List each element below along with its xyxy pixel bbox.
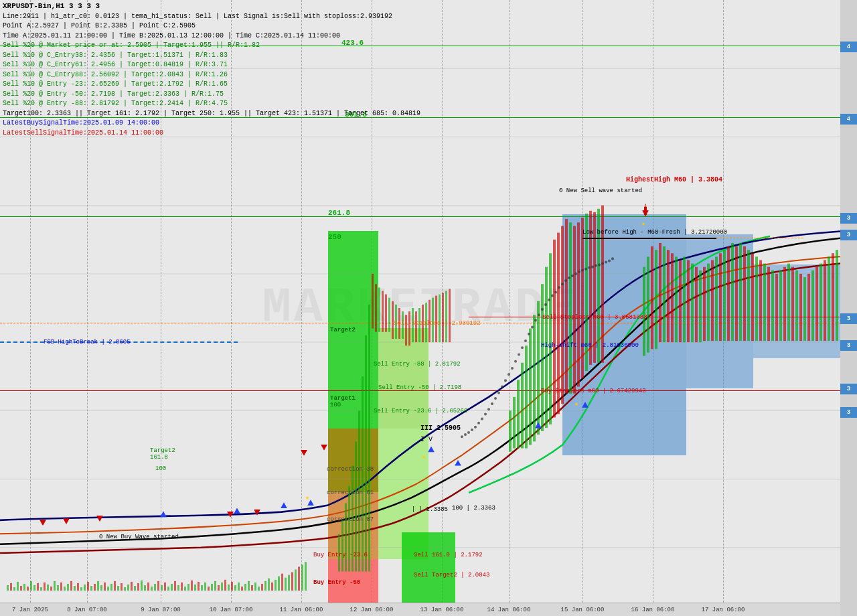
svg-rect-151 <box>581 218 584 378</box>
svg-rect-169 <box>691 264 694 343</box>
svg-point-237 <box>497 392 500 394</box>
price-2590-label: III 2.5905 <box>420 425 461 432</box>
svg-point-256 <box>561 283 564 285</box>
svg-point-246 <box>528 333 530 335</box>
svg-rect-157 <box>643 267 645 356</box>
svg-rect-196 <box>799 274 802 341</box>
svg-rect-128 <box>435 296 437 343</box>
svg-rect-87 <box>268 579 270 591</box>
svg-point-227 <box>464 433 467 436</box>
svg-rect-173 <box>707 264 710 341</box>
svg-point-240 <box>508 373 510 376</box>
svg-marker-220 <box>321 445 327 449</box>
svg-marker-213 <box>582 402 588 407</box>
svg-rect-24 <box>57 585 59 591</box>
svg-rect-187 <box>763 264 766 341</box>
scale-badge-2: 3 <box>840 213 857 224</box>
svg-text:★: ★ <box>422 453 426 461</box>
svg-rect-35 <box>94 584 96 591</box>
svg-rect-80 <box>244 584 246 591</box>
low-before-high-label: Low before High - M60-Fresh | 3.21720000 <box>582 229 727 236</box>
svg-rect-132 <box>449 289 451 342</box>
new-sell-wave-label: 0 New Sell wave started <box>559 187 642 194</box>
svg-rect-19 <box>40 587 42 591</box>
time-label-7: 14 Jan 06:00 <box>487 607 531 613</box>
scale-badge-0: 4 <box>840 42 857 52</box>
svg-rect-109 <box>372 274 374 329</box>
time-label-0: 7 Jan 2025 <box>12 607 48 613</box>
svg-rect-189 <box>771 271 774 341</box>
svg-rect-110 <box>375 284 377 332</box>
svg-text:★: ★ <box>641 220 645 228</box>
svg-rect-78 <box>238 583 240 591</box>
sell-161-label: Sell 161.8 | 2.1792 <box>414 552 483 558</box>
sell-entry-88-label: Sell Entry -88 | 2.81792 <box>374 361 461 368</box>
svg-rect-47 <box>134 586 136 591</box>
100-left-label: 100 <box>155 465 166 472</box>
svg-point-236 <box>494 397 497 400</box>
svg-rect-44 <box>124 587 126 591</box>
time-label-6: 13 Jan 06:00 <box>420 607 464 613</box>
svg-rect-98 <box>305 562 307 591</box>
svg-rect-185 <box>755 256 758 341</box>
svg-rect-90 <box>278 576 280 591</box>
svg-point-255 <box>558 286 560 289</box>
scale-badge-5: 3 <box>840 340 857 351</box>
svg-rect-29 <box>74 586 76 591</box>
svg-rect-166 <box>679 260 682 342</box>
svg-rect-39 <box>107 587 109 591</box>
svg-rect-43 <box>121 583 123 591</box>
svg-rect-14 <box>23 584 25 591</box>
svg-rect-168 <box>687 260 690 342</box>
svg-rect-56 <box>164 583 166 591</box>
svg-point-251 <box>544 303 547 306</box>
svg-rect-194 <box>791 267 794 341</box>
svg-rect-200 <box>815 267 818 341</box>
svg-rect-84 <box>258 587 260 591</box>
fib-label-361: 361.8 <box>345 110 367 119</box>
svg-rect-66 <box>198 582 200 591</box>
svg-rect-82 <box>251 585 253 591</box>
svg-rect-22 <box>50 587 52 591</box>
svg-point-259 <box>571 275 574 277</box>
svg-rect-114 <box>388 298 390 332</box>
svg-point-232 <box>481 418 483 420</box>
scale-badge-6: 3 <box>840 384 857 394</box>
svg-point-254 <box>554 291 557 293</box>
svg-rect-181 <box>739 243 742 341</box>
svg-rect-41 <box>114 581 116 591</box>
svg-rect-201 <box>820 264 822 341</box>
svg-marker-215 <box>64 519 69 524</box>
svg-point-261 <box>578 271 580 273</box>
svg-rect-23 <box>54 581 56 591</box>
svg-rect-68 <box>204 583 206 591</box>
svg-rect-172 <box>703 267 706 341</box>
target1-label: Target1 <box>330 395 356 402</box>
svg-point-234 <box>487 408 490 410</box>
target2-left-label: Target2161.8 <box>150 447 175 461</box>
svg-rect-195 <box>795 271 798 341</box>
correction-87-label: correction 87 <box>327 516 374 523</box>
svg-rect-49 <box>141 581 143 591</box>
svg-rect-190 <box>775 274 778 341</box>
svg-marker-207 <box>234 509 240 514</box>
svg-rect-167 <box>683 256 686 342</box>
svg-rect-76 <box>231 582 233 591</box>
svg-rect-143 <box>549 253 552 425</box>
chart-svg: ★ ★ ★ ★ <box>0 0 840 616</box>
svg-rect-28 <box>70 581 72 591</box>
svg-rect-134 <box>513 397 516 449</box>
fib-label-423: 423.6 <box>341 39 364 47</box>
svg-rect-88 <box>271 583 273 591</box>
svg-rect-174 <box>711 260 714 341</box>
svg-rect-40 <box>110 584 112 591</box>
svg-rect-69 <box>208 587 210 591</box>
svg-point-229 <box>471 429 473 431</box>
svg-rect-32 <box>84 585 86 591</box>
svg-rect-159 <box>651 246 653 349</box>
svg-rect-122 <box>415 311 417 342</box>
svg-point-245 <box>524 339 527 342</box>
svg-rect-79 <box>241 587 243 591</box>
svg-rect-64 <box>191 581 193 591</box>
svg-point-248 <box>534 319 537 321</box>
